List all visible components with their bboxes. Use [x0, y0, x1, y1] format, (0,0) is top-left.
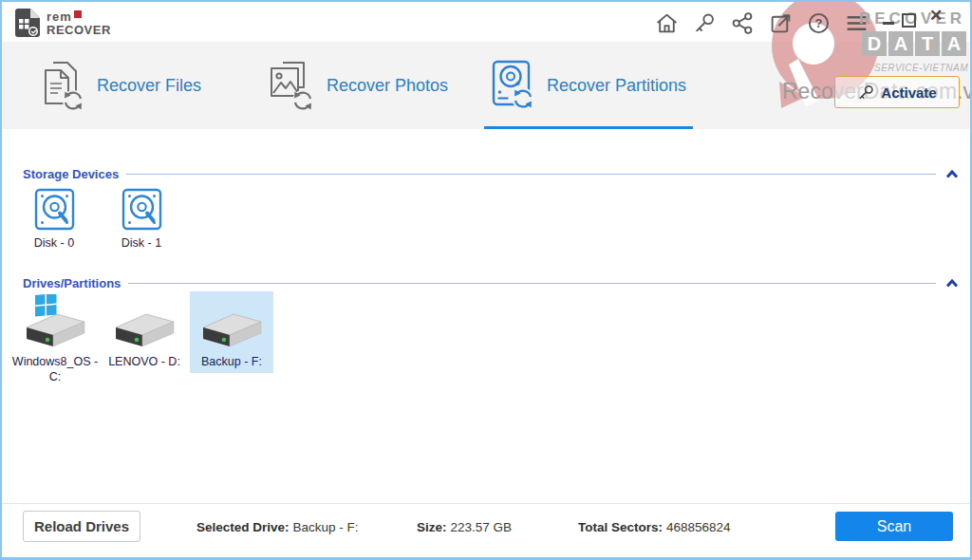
disk-label: Disk - 0 — [34, 236, 74, 250]
open-external-icon[interactable] — [769, 11, 793, 35]
drives-partitions-header: Drives/Partitions — [23, 276, 959, 290]
close-icon[interactable]: ✕ — [929, 8, 943, 24]
logo-word-recover: RECOVER — [47, 24, 111, 36]
collapse-chevron-up-icon[interactable] — [945, 170, 959, 178]
tab-recover-photos[interactable]: Recover Photos — [268, 42, 448, 129]
activate-key-icon — [857, 84, 875, 102]
total-sectors-value: 468856824 — [666, 520, 731, 534]
disk-label: Disk - 1 — [122, 236, 161, 250]
section-divider — [128, 283, 936, 284]
disk-icon — [122, 188, 162, 231]
drive-item-c[interactable]: Windows8_OS - C: — [11, 291, 99, 389]
activate-label: Activate — [881, 84, 936, 101]
watermark-service-text: SERVICE-VIETNAM — [854, 63, 968, 73]
total-sectors-info: Total Sectors:468856824 — [578, 520, 731, 534]
app-window: rem RECOVER — [0, 0, 972, 560]
tab-label: Recover Files — [97, 76, 201, 96]
section-divider — [126, 174, 936, 175]
minimize-icon[interactable] — [883, 22, 894, 25]
drive-icon — [198, 294, 265, 351]
section-title: Storage Devices — [23, 167, 119, 181]
disk-item-0[interactable]: Disk - 0 — [25, 188, 84, 250]
reload-drives-button[interactable]: Reload Drives — [23, 511, 140, 542]
drive-label: Backup - F: — [201, 354, 262, 369]
tab-recover-files[interactable]: Recover Files — [40, 42, 201, 129]
tab-recover-partitions[interactable]: Recover Partitions — [492, 42, 686, 129]
share-icon[interactable] — [731, 11, 755, 35]
storage-devices-list: Disk - 0 Disk - 1 — [25, 188, 171, 250]
recover-photos-icon — [268, 60, 315, 111]
remo-logo-icon — [13, 8, 42, 38]
selected-drive-value: Backup - F: — [293, 520, 359, 534]
drive-icon — [111, 294, 178, 351]
disk-icon — [34, 188, 75, 231]
total-sectors-label: Total Sectors: — [578, 520, 663, 534]
tab-label: Recover Partitions — [547, 76, 686, 96]
size-info: Size:223.57 GB — [417, 520, 512, 534]
activate-button[interactable]: Activate — [834, 76, 960, 108]
drive-item-f-selected[interactable]: Backup - F: — [190, 291, 273, 373]
logo-red-square — [74, 10, 82, 18]
size-label: Size: — [417, 520, 447, 534]
watermark-data-blocks: D A T A — [862, 31, 966, 56]
drive-label: LENOVO - D: — [108, 354, 180, 369]
collapse-chevron-up-icon[interactable] — [945, 279, 959, 288]
system-drive-icon — [22, 294, 88, 351]
disk-item-1[interactable]: Disk - 1 — [112, 188, 171, 250]
license-key-icon[interactable] — [693, 11, 717, 35]
active-tab-underline — [484, 126, 693, 129]
home-icon[interactable] — [655, 11, 679, 35]
title-bar: rem RECOVER — [2, 2, 970, 42]
section-title: Drives/Partitions — [23, 276, 121, 290]
scan-button[interactable]: Scan — [835, 512, 953, 541]
logo-word-remo: rem — [47, 10, 72, 23]
windows-flag-icon — [35, 294, 57, 317]
app-logo: rem RECOVER — [13, 8, 111, 38]
help-icon[interactable]: ? — [807, 11, 831, 35]
drive-item-d[interactable]: LENOVO - D: — [103, 291, 186, 373]
status-bar: Reload Drives Selected Drive:Backup - F:… — [2, 503, 970, 557]
tab-label: Recover Photos — [327, 76, 448, 96]
storage-devices-header: Storage Devices — [23, 167, 959, 181]
recover-files-icon — [40, 60, 85, 111]
selected-drive-info: Selected Drive:Backup - F: — [196, 520, 359, 534]
recover-partitions-icon — [492, 60, 535, 111]
help-glyph: ? — [815, 16, 823, 30]
maximize-icon[interactable] — [902, 13, 916, 28]
drive-label: Windows8_OS - C: — [11, 354, 99, 385]
selected-drive-label: Selected Drive: — [196, 520, 290, 534]
size-value: 223.57 GB — [451, 520, 513, 534]
drives-list: Windows8_OS - C: LENOVO - D: — [11, 291, 273, 389]
